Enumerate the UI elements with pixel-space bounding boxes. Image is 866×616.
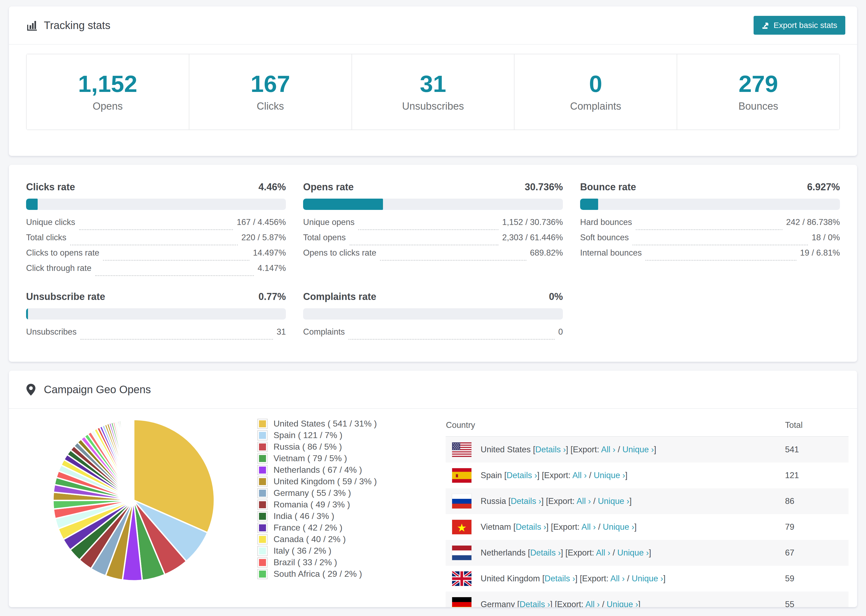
legend-swatch-fill [259,547,266,555]
rate-row-value: 14.497% [253,248,286,258]
rate-head: Unsubscribe rate0.77% [26,291,286,302]
legend-item-brazil[interactable]: Brazil ( 33 / 2% ) [257,556,408,568]
details-link[interactable]: Details › [535,445,566,454]
export-prefix: ] [Export: [550,600,585,607]
country-flag-icon-ru [452,494,471,509]
rates-grid: Clicks rate4.46%Unique clicks167 / 4.456… [9,165,857,343]
country-cell-inner: Spain [Details ›] [Export: All › / Uniqu… [452,468,784,483]
rate-row-label: Unique clicks [26,217,75,227]
rate-row-label: Total clicks [26,233,66,242]
legend-item-spain[interactable]: Spain ( 121 / 7% ) [257,429,408,441]
export-unique-link[interactable]: Unique › [598,497,629,506]
rate-value: 0% [549,291,563,302]
legend-item-germany[interactable]: Germany ( 55 / 3% ) [257,487,408,499]
legend-item-netherlands[interactable]: Netherlands ( 67 / 4% ) [257,464,408,476]
stat-box-opens: 1,152Opens [27,54,189,130]
rate-value: 6.927% [807,181,840,193]
details-link[interactable]: Details › [520,600,550,607]
export-unique-link[interactable]: Unique › [594,471,625,480]
details-link[interactable]: Details › [545,574,575,583]
country-flag-icon-vn [452,520,471,534]
total-cell: 121 [785,462,849,488]
country-cell-inner: Vietnam [Details ›] [Export: All › / Uni… [452,520,784,534]
export-unique-link[interactable]: Unique › [603,522,634,532]
legend-item-india[interactable]: India ( 46 / 3% ) [257,511,408,522]
legend-label: Italy ( 36 / 2% ) [274,546,331,556]
rate-row-label: Clicks to opens rate [26,248,99,258]
map-pin-icon [26,383,38,395]
country-name: United Kingdom [ [480,574,545,583]
progress-track [26,308,286,319]
country-cell: Netherlands [Details ›] [Export: All › /… [446,540,785,566]
progress-track [26,199,286,210]
dotted-leader [95,275,254,276]
table-row-vn: Vietnam [Details ›] [Export: All › / Uni… [446,514,849,540]
export-unique-link[interactable]: Unique › [617,548,649,558]
details-link[interactable]: Details › [511,497,542,506]
total-cell: 67 [785,540,849,566]
details-link[interactable]: Details › [530,548,561,558]
export-basic-stats-button[interactable]: Export basic stats [754,16,845,35]
details-link[interactable]: Details › [516,522,546,532]
rate-row-value: 0 [558,327,563,337]
legend-label: France ( 42 / 2% ) [274,523,342,533]
closing-bracket: ] [649,548,651,558]
legend-item-south-africa[interactable]: South Africa ( 29 / 2% ) [257,568,408,580]
table-row-gb: United Kingdom [Details ›] [Export: All … [446,566,849,592]
bar-chart-icon [26,19,38,31]
closing-bracket: ] [663,574,666,583]
legend-item-united-kingdom[interactable]: United Kingdom ( 59 / 3% ) [257,476,408,487]
export-all-link[interactable]: All › [572,471,587,480]
country-name: Russia [ [480,497,511,506]
rate-value: 4.46% [258,181,286,193]
legend-label: Spain ( 121 / 7% ) [274,430,342,440]
rate-row: Unique opens1,152 / 30.736% [303,217,563,233]
export-all-link[interactable]: All › [576,497,591,506]
legend-label: Germany ( 55 / 3% ) [274,488,351,498]
legend-swatch [257,442,268,452]
legend-item-united-states[interactable]: United States ( 541 / 31% ) [257,418,408,429]
export-all-link[interactable]: All › [581,522,596,532]
details-link[interactable]: Details › [507,471,537,480]
country-name: Netherlands [ [480,548,530,558]
progress-track [580,199,840,210]
slash-separator: / [615,445,622,454]
export-unique-link[interactable]: Unique › [632,574,663,583]
closing-bracket: ] [654,445,656,454]
export-unique-link[interactable]: Unique › [622,445,654,454]
legend-swatch [257,488,268,498]
legend-item-russia[interactable]: Russia ( 86 / 5% ) [257,441,408,453]
tracking-stats-header: Tracking stats Export basic stats [9,6,857,45]
export-unique-link[interactable]: Unique › [607,600,638,607]
export-all-link[interactable]: All › [596,548,610,558]
export-all-link[interactable]: All › [601,445,615,454]
rate-block-bounce-rate: Bounce rate6.927%Hard bounces242 / 86.73… [580,181,840,279]
table-row-ru: Russia [Details ›] [Export: All › / Uniq… [446,488,849,514]
legend-item-italy[interactable]: Italy ( 36 / 2% ) [257,545,408,556]
closing-bracket: ] [629,497,632,506]
legend-swatch-fill [259,570,266,578]
legend-label: Romania ( 49 / 3% ) [274,500,350,509]
stat-value: 31 [420,72,446,96]
dotted-leader [103,260,249,261]
rate-block-complaints-rate: Complaints rate0%Complaints0 [303,291,563,343]
legend-swatch [257,558,268,567]
progress-fill [303,199,383,210]
total-cell: 55 [785,592,849,607]
legend-item-vietnam[interactable]: Vietnam ( 79 / 5% ) [257,453,408,464]
export-all-link[interactable]: All › [610,574,625,583]
legend-item-france[interactable]: France ( 42 / 2% ) [257,522,408,533]
country-links-text: Vietnam [Details ›] [Export: All › / Uni… [480,522,636,532]
legend-swatch [257,500,268,510]
export-all-link[interactable]: All › [585,600,600,607]
legend-label: Netherlands ( 67 / 4% ) [274,465,362,475]
export-prefix: ] [Export: [575,574,611,583]
rate-row-value: 4.147% [258,263,286,273]
legend-item-romania[interactable]: Romania ( 49 / 3% ) [257,499,408,511]
stat-box-clicks: 167Clicks [189,54,352,130]
legend-swatch [257,511,268,522]
country-flag-icon-de [452,597,471,607]
country-links-text: Russia [Details ›] [Export: All › / Uniq… [480,497,632,506]
rate-row-label: Unsubscribes [26,327,77,337]
legend-item-canada[interactable]: Canada ( 40 / 2% ) [257,533,408,545]
